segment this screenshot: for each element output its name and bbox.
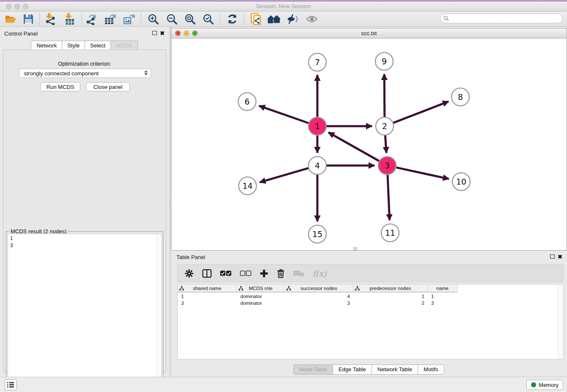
tab-motifs[interactable]: Motifs [418, 364, 444, 375]
node-2[interactable]: 2 [376, 117, 394, 135]
cell-successor-nodes[interactable]: 4 [285, 293, 353, 300]
network-window-title: scc.txt [171, 30, 567, 36]
cell-MCDS-role[interactable]: dominator [237, 293, 285, 300]
cell-predecessor-nodes[interactable]: 2 [353, 300, 428, 307]
node-10[interactable]: 10 [452, 173, 470, 190]
column-header-successor-nodes[interactable]: successor nodes [285, 284, 353, 292]
tab-network-table[interactable]: Network Table [372, 364, 418, 375]
zoom-selected-button[interactable] [201, 13, 215, 25]
hide-selected-button[interactable] [286, 13, 300, 25]
svg-text:9: 9 [382, 57, 387, 66]
search-input[interactable] [440, 14, 563, 23]
zoom-fit-button[interactable] [183, 13, 197, 25]
task-history-button[interactable] [5, 379, 17, 390]
network-window-titlebar[interactable]: ✕ − + scc.txt [171, 28, 567, 39]
import-table-button[interactable] [63, 13, 77, 25]
zoom-in-button[interactable] [146, 13, 160, 25]
close-panel-button[interactable]: Close panel [86, 82, 130, 91]
node-7[interactable]: 7 [308, 53, 326, 71]
column-label: MCDS role [249, 286, 272, 291]
deselect-all-rows-button[interactable] [240, 267, 251, 280]
canvas-splitter-handle[interactable] [353, 247, 357, 250]
delete-table-button[interactable] [293, 267, 304, 280]
zoom-out-icon [166, 14, 178, 25]
cell-name[interactable]: 1 [428, 293, 457, 300]
tab-edge-table[interactable]: Edge Table [333, 364, 372, 375]
svg-text:8: 8 [458, 92, 463, 102]
cell-MCDS-role[interactable]: dominator [237, 300, 285, 307]
export-table-button[interactable] [103, 13, 118, 25]
result-scrollbar[interactable] [156, 234, 161, 389]
edge-4-14[interactable] [260, 168, 308, 182]
open-session-button[interactable] [3, 13, 18, 25]
network-from-selection-icon [250, 13, 261, 25]
tab-node-table[interactable]: Node Table [293, 364, 333, 375]
optimization-criterion-select[interactable]: strongly connected component [19, 69, 151, 78]
node-3[interactable]: 3 [378, 157, 396, 174]
first-neighbors-button[interactable] [267, 13, 281, 25]
table-panel-close-button[interactable]: ✖ [558, 255, 562, 259]
node-8[interactable]: 8 [451, 88, 469, 106]
table-row[interactable]: 1dominator411 [178, 293, 457, 300]
save-session-button[interactable] [21, 13, 36, 25]
open-folder-icon [5, 14, 17, 24]
node-15[interactable]: 15 [308, 225, 326, 243]
table-row[interactable]: 3dominator323 [178, 300, 457, 307]
node-1[interactable]: 1 [308, 117, 326, 135]
edge-2-8[interactable] [394, 102, 449, 123]
svg-text:1: 1 [315, 121, 320, 131]
hierarchy-icon [179, 286, 184, 291]
run-mcds-button[interactable]: Run MCDS [40, 82, 80, 91]
mcds-result-list[interactable]: 13 [8, 234, 162, 389]
import-network-icon [44, 13, 56, 25]
node-9[interactable]: 9 [375, 52, 393, 70]
refresh-button[interactable] [225, 13, 239, 25]
cell-name[interactable]: 3 [428, 300, 457, 307]
table-panel-float-button[interactable] [550, 254, 555, 259]
edge-2-9[interactable] [384, 74, 385, 117]
export-image-button[interactable] [122, 13, 136, 25]
svg-text:6: 6 [245, 97, 250, 106]
table-options-button[interactable] [184, 267, 194, 280]
column-header-shared-name[interactable]: shared name [178, 284, 237, 292]
select-all-rows-button[interactable] [220, 267, 231, 280]
control-panel-float-button[interactable] [152, 31, 157, 35]
column-header-name[interactable]: name [428, 284, 457, 292]
cell-shared-name[interactable]: 1 [178, 293, 237, 300]
edge-3-10[interactable] [396, 168, 449, 179]
create-column-button[interactable] [260, 267, 268, 280]
edge-3-11[interactable] [388, 175, 390, 220]
edge-1-6[interactable] [259, 106, 308, 123]
column-header-MCDS-role[interactable]: MCDS role [237, 284, 285, 292]
node-6[interactable]: 6 [238, 93, 256, 110]
svg-text:7: 7 [315, 58, 320, 67]
new-network-from-selection-button[interactable] [249, 13, 263, 25]
network-canvas[interactable]: 7968124314101511 [171, 39, 567, 250]
column-label: shared name [193, 286, 221, 291]
edge-2-3[interactable] [385, 135, 386, 153]
show-column-panel-button[interactable] [202, 267, 212, 280]
zoom-out-button[interactable] [165, 13, 179, 25]
memory-status-icon [531, 382, 536, 387]
delete-column-button[interactable] [277, 267, 285, 280]
save-icon [23, 14, 33, 24]
node-11[interactable]: 11 [381, 224, 399, 242]
edge-3-1[interactable] [328, 133, 379, 161]
window-title: Session: New Session [0, 3, 567, 9]
node-4[interactable]: 4 [308, 157, 326, 174]
column-header-predecessor-nodes[interactable]: predecessor nodes [353, 284, 428, 292]
node-14[interactable]: 14 [239, 177, 256, 195]
cell-shared-name[interactable]: 3 [178, 300, 237, 307]
memory-button[interactable]: Memory [526, 380, 563, 390]
cell-predecessor-nodes[interactable]: 1 [353, 293, 428, 300]
table-scrollbar[interactable] [558, 284, 563, 359]
show-all-button[interactable] [305, 13, 319, 25]
control-panel-close-button[interactable]: ✖ [160, 31, 165, 36]
gear-icon [184, 269, 194, 278]
table-panel: Table Panel ✖ [171, 252, 567, 377]
cell-successor-nodes[interactable]: 3 [285, 300, 353, 307]
function-builder-button[interactable]: f(x) [313, 267, 327, 280]
export-network-button[interactable] [85, 13, 99, 25]
optimization-criterion-value: strongly connected component [24, 70, 99, 77]
import-network-button[interactable] [43, 13, 57, 25]
